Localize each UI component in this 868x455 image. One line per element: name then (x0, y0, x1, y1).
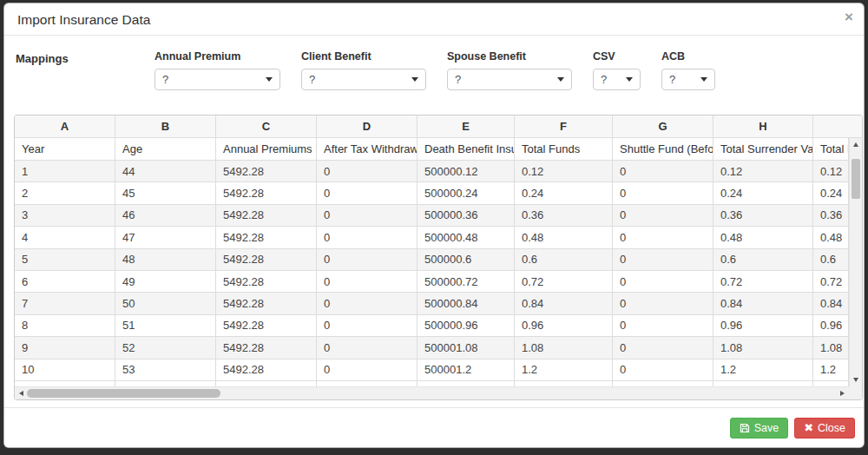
table-cell: 0.96 (713, 315, 813, 336)
table-cell: 0.12 (515, 161, 613, 181)
spouse-benefit-select[interactable]: ? (447, 69, 572, 90)
table-cell: 0.96 (813, 315, 849, 336)
close-button[interactable]: ✖ Close (794, 418, 855, 439)
vertical-scrollbar-thumb[interactable] (852, 159, 860, 199)
column-letter: F (515, 115, 613, 137)
csv-group: CSV ? (593, 50, 641, 90)
column-header: Total N (813, 138, 849, 160)
chevron-down-icon (626, 77, 633, 82)
table-cell: 0 (613, 182, 713, 203)
column-header: Age (115, 138, 216, 160)
modal-close-icon[interactable]: × (845, 10, 853, 24)
close-x-icon: ✖ (804, 422, 813, 433)
table-cell: 0 (317, 161, 418, 181)
table-cell: 500000.36 (418, 205, 515, 226)
spouse-benefit-group: Spouse Benefit ? (447, 50, 572, 90)
table-cell: 0 (613, 337, 713, 358)
chevron-down-icon (266, 77, 273, 82)
table-row: 8515492.280500000.960.9600.960.96 (15, 315, 849, 337)
column-letter (813, 115, 862, 137)
table-cell: 5492.28 (216, 293, 317, 313)
column-header: Annual Premiums P... (216, 138, 317, 160)
table-cell: 1.08 (813, 337, 849, 358)
scroll-down-icon[interactable] (853, 378, 858, 382)
table-cell: 0 (317, 249, 418, 270)
grid-letter-row: ABCDEFGH (15, 115, 862, 138)
table-cell: 0 (613, 205, 713, 226)
column-letter: C (216, 115, 317, 137)
horizontal-scrollbar-thumb[interactable] (27, 389, 220, 398)
column-letter: G (613, 115, 713, 137)
table-cell: 500000.84 (418, 293, 515, 313)
csv-value: ? (601, 73, 621, 86)
column-header: Year (15, 138, 115, 160)
spouse-benefit-value: ? (455, 73, 552, 86)
table-cell: 8 (15, 315, 115, 336)
table-cell: 0.36 (713, 205, 813, 226)
chevron-down-icon (411, 77, 418, 82)
client-benefit-label: Client Benefit (301, 50, 426, 63)
table-cell: 0.36 (813, 205, 849, 226)
column-letter: D (317, 115, 418, 137)
table-cell: 500000.24 (418, 182, 515, 203)
scroll-up-icon[interactable] (853, 142, 858, 147)
column-letter: B (115, 115, 216, 137)
table-cell: 0 (317, 315, 418, 336)
table-cell: 500001.2 (418, 359, 515, 380)
acb-label: ACB (661, 50, 715, 63)
column-header: Shuttle Fund (Befor... (613, 138, 713, 160)
table-cell: 50 (115, 293, 216, 313)
acb-select[interactable]: ? (661, 69, 715, 90)
spouse-benefit-label: Spouse Benefit (447, 50, 572, 63)
table-cell: 1.2 (515, 359, 613, 380)
table-cell: 0 (317, 227, 418, 247)
column-header: Death Benefit Insur... (418, 138, 515, 160)
column-header: Total Funds (515, 138, 613, 160)
table-cell: 500000.72 (418, 271, 515, 292)
table-cell: 0.96 (515, 315, 613, 336)
table-cell: 5492.28 (216, 315, 317, 336)
table-cell: 0.72 (515, 271, 613, 292)
scroll-right-icon[interactable] (840, 391, 845, 396)
table-cell: 5492.28 (216, 359, 317, 380)
table-cell: 0.48 (713, 227, 813, 247)
horizontal-scrollbar[interactable] (15, 386, 849, 399)
table-cell: 0 (613, 315, 713, 336)
modal-header: Import Insurance Data × (4, 3, 864, 36)
modal-footer: Save ✖ Close (4, 407, 864, 447)
table-cell: 0.84 (713, 293, 813, 313)
table-row: 6495492.280500000.720.7200.720.72 (15, 271, 849, 293)
table-cell: 49 (115, 271, 216, 292)
table-cell: 52 (115, 337, 216, 358)
column-letter: A (15, 115, 115, 137)
save-button[interactable]: Save (730, 418, 789, 439)
annual-premium-group: Annual Premium ? (155, 50, 280, 90)
table-row: 3465492.280500000.360.3600.360.36 (15, 205, 849, 227)
annual-premium-label: Annual Premium (155, 50, 280, 63)
client-benefit-select[interactable]: ? (301, 69, 426, 90)
column-header: Total Surrender Value (713, 138, 813, 160)
table-cell: 0.84 (515, 293, 613, 313)
save-floppy-icon (740, 423, 750, 433)
table-cell: 0 (317, 359, 418, 380)
vertical-scrollbar[interactable] (849, 138, 862, 386)
table-cell: 10 (15, 359, 115, 380)
grid-header-row: YearAgeAnnual Premiums P...After Tax Wit… (15, 138, 849, 161)
grid-scroll-area[interactable]: YearAgeAnnual Premiums P...After Tax Wit… (15, 138, 849, 386)
table-cell: 0.72 (813, 271, 849, 292)
mappings-section-label: Mappings (16, 50, 155, 65)
csv-label: CSV (593, 50, 641, 63)
annual-premium-value: ? (162, 73, 260, 86)
annual-premium-select[interactable]: ? (155, 69, 280, 90)
acb-group: ACB ? (661, 50, 715, 90)
table-row: 9525492.280500001.081.0801.081.08 (15, 337, 849, 359)
table-cell: 0 (613, 359, 713, 380)
modal-body: Mappings Annual Premium ? Client Benefit… (4, 36, 864, 400)
csv-select[interactable]: ? (593, 69, 641, 90)
table-row: 10535492.280500001.21.201.21.2 (15, 359, 849, 381)
grid-body: 1445492.280500000.120.1200.120.122455492… (15, 161, 849, 381)
scrollbar-corner (849, 386, 862, 399)
scroll-left-icon[interactable] (19, 391, 23, 396)
client-benefit-value: ? (309, 73, 406, 86)
table-cell: 1.08 (515, 337, 613, 358)
